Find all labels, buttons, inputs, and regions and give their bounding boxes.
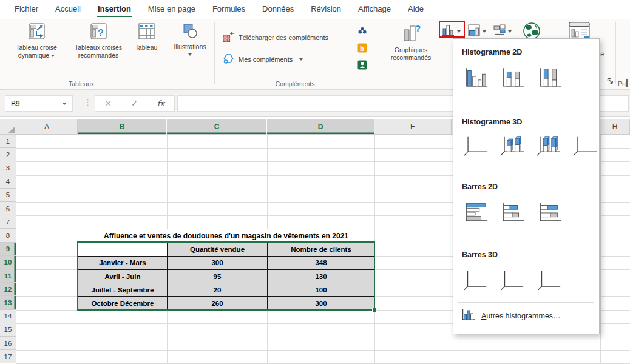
- bing-maps-addin-icon[interactable]: b: [357, 43, 367, 53]
- name-box-dropdown-icon[interactable]: [62, 103, 67, 105]
- row-header-4[interactable]: 4: [0, 175, 16, 189]
- people-graph-addin-icon[interactable]: [357, 26, 367, 36]
- group-label-partial: Pré: [618, 80, 630, 87]
- confirm-entry-icon[interactable]: ✓: [131, 99, 138, 108]
- chart-type-col-clustered-icon[interactable]: [461, 65, 490, 90]
- column-header-E[interactable]: E: [374, 119, 452, 135]
- download-addins-icon: [223, 31, 234, 44]
- row-header-11[interactable]: 11: [0, 269, 16, 283]
- chart-type-bar-stacked-icon[interactable]: [498, 200, 527, 225]
- cell-B9[interactable]: [78, 243, 168, 257]
- select-all-corner[interactable]: [0, 119, 16, 135]
- chart-type-bar3d-clustered-icon[interactable]: undefinedundefined: [461, 268, 490, 293]
- my-addins-button[interactable]: Mes compléments: [223, 53, 303, 66]
- row-header-10[interactable]: 10: [0, 256, 16, 269]
- cell-D13[interactable]: 300: [267, 296, 375, 310]
- chart-type-bar3d-stacked-icon[interactable]: undefinedundefinedundefinedundefined: [498, 268, 527, 293]
- pivot-table-button[interactable]: Tableau croisé dynamique: [7, 23, 66, 59]
- recommended-charts-label: Graphiques recommandés: [382, 46, 439, 62]
- column-header-H[interactable]: H: [600, 119, 630, 135]
- chart-type-col3d-icon[interactable]: undefinedundefinedundefined: [571, 133, 599, 159]
- row-header-2[interactable]: 2: [0, 148, 16, 161]
- row-header-6[interactable]: 6: [0, 202, 16, 215]
- recommended-pivots-button[interactable]: ? Tableaux croisés recommandés: [68, 23, 129, 59]
- download-addins-label: Télécharger des compléments: [239, 34, 328, 41]
- row-header-14[interactable]: 14: [0, 310, 16, 323]
- row-header-17[interactable]: 17: [0, 350, 16, 363]
- insert-combo-chart-button[interactable]: [468, 24, 486, 39]
- row-header-1[interactable]: 1: [0, 135, 16, 148]
- chart-type-col3d-100-icon[interactable]: [534, 133, 563, 159]
- tab-fichier[interactable]: Fichier: [6, 1, 47, 19]
- row-header-3[interactable]: 3: [0, 161, 16, 175]
- cell-B10[interactable]: Janvier - Mars: [78, 256, 168, 270]
- chart-dropdown-menu: Histogramme 2DHistogramme 3Dundefinedund…: [453, 38, 600, 334]
- row-header-5[interactable]: 5: [0, 189, 16, 202]
- cell-B12[interactable]: Juillet - Septembre: [78, 283, 168, 297]
- column-header-C[interactable]: C: [167, 119, 267, 135]
- column-header-B[interactable]: B: [78, 119, 167, 135]
- people-addin-icon[interactable]: [357, 60, 367, 70]
- gridline: [452, 135, 452, 364]
- group-separator: [378, 22, 378, 84]
- illustrations-button[interactable]: Illustrations: [166, 23, 214, 56]
- cell-C11[interactable]: 95: [167, 269, 268, 283]
- tab-insertion[interactable]: Insertion: [89, 1, 140, 19]
- tab-données[interactable]: Données: [254, 1, 302, 19]
- column-header-D[interactable]: D: [267, 119, 374, 135]
- tab-révision[interactable]: Révision: [302, 1, 350, 19]
- row-header-7[interactable]: 7: [0, 215, 16, 229]
- insert-table-button[interactable]: Tableau: [131, 23, 161, 52]
- cell-C13[interactable]: 260: [167, 296, 268, 310]
- menu-divider: [458, 302, 594, 303]
- svg-text:?: ?: [415, 23, 421, 33]
- tab-formules[interactable]: Formules: [204, 1, 254, 19]
- cell-C12[interactable]: 20: [167, 283, 268, 297]
- row-header-12[interactable]: 12: [0, 283, 16, 296]
- table-icon: [138, 23, 155, 41]
- hierarchy-chart-icon: [493, 24, 506, 39]
- chart-type-bar-clustered-icon[interactable]: [461, 200, 490, 225]
- cell-D10[interactable]: 348: [267, 256, 375, 270]
- chart-type-col-stacked-icon[interactable]: [498, 65, 527, 90]
- charts-dialog-launcher[interactable]: [607, 78, 614, 84]
- gridline: [16, 337, 630, 337]
- cell-B13[interactable]: Octobre Décembre: [78, 296, 168, 310]
- row-header-8[interactable]: 8: [0, 229, 16, 242]
- insert-function-icon[interactable]: fx: [157, 99, 164, 108]
- chart-menu-icon-row: undefinedundefinedundefinedundefinedunde…: [461, 133, 599, 159]
- tab-accueil[interactable]: Accueil: [47, 1, 89, 19]
- row-header-15[interactable]: 15: [0, 323, 16, 337]
- chart-type-bar3d-100-icon[interactable]: undefinedundefinedundefinedundefined: [535, 268, 564, 293]
- chart-type-col-100-icon[interactable]: [535, 65, 564, 90]
- cell-D11[interactable]: 130: [267, 269, 375, 283]
- row-header-16[interactable]: 16: [0, 337, 16, 350]
- group-separator: [163, 22, 163, 84]
- chart-type-col3d-stacked-icon[interactable]: [497, 133, 526, 159]
- chart-menu-section-title: Barres 2D: [462, 183, 599, 191]
- name-box[interactable]: B9: [5, 95, 73, 112]
- cell-D12[interactable]: 100: [267, 283, 375, 297]
- insert-column-chart-button[interactable]: [442, 24, 461, 39]
- cell-C10[interactable]: 300: [167, 256, 268, 270]
- tab-mise-en-page[interactable]: Mise en page: [140, 1, 204, 19]
- insert-table-label: Tableau: [135, 44, 158, 52]
- download-addins-button[interactable]: Télécharger des compléments: [223, 31, 328, 44]
- chart-type-col3d-clustered-icon[interactable]: undefinedundefinedundefined: [461, 133, 489, 159]
- column-header-A[interactable]: A: [16, 119, 78, 135]
- cancel-entry-icon[interactable]: ✕: [105, 99, 112, 108]
- insert-hierarchy-chart-button[interactable]: [493, 24, 512, 39]
- cell-B11[interactable]: Avril - Juin: [78, 269, 168, 283]
- row-header-9[interactable]: 9: [0, 243, 16, 256]
- cell-C9[interactable]: Quantité vendue: [167, 243, 268, 257]
- svg-text:b: b: [360, 45, 364, 52]
- table-title-cell[interactable]: Affluence et ventes de doudounes d'un ma…: [78, 229, 374, 243]
- tab-aide[interactable]: Aide: [399, 1, 432, 19]
- tab-affichage[interactable]: Affichage: [350, 1, 399, 19]
- chart-type-bar-100-icon[interactable]: [535, 200, 564, 225]
- recommended-charts-button[interactable]: ? Graphiques recommandés: [382, 23, 439, 62]
- more-histograms-item[interactable]: Autres histogrammes…: [462, 309, 599, 323]
- cell-D9[interactable]: Nombre de clients: [267, 243, 375, 257]
- row-header-13[interactable]: 13: [0, 296, 16, 309]
- selection-fill-handle[interactable]: [372, 308, 377, 312]
